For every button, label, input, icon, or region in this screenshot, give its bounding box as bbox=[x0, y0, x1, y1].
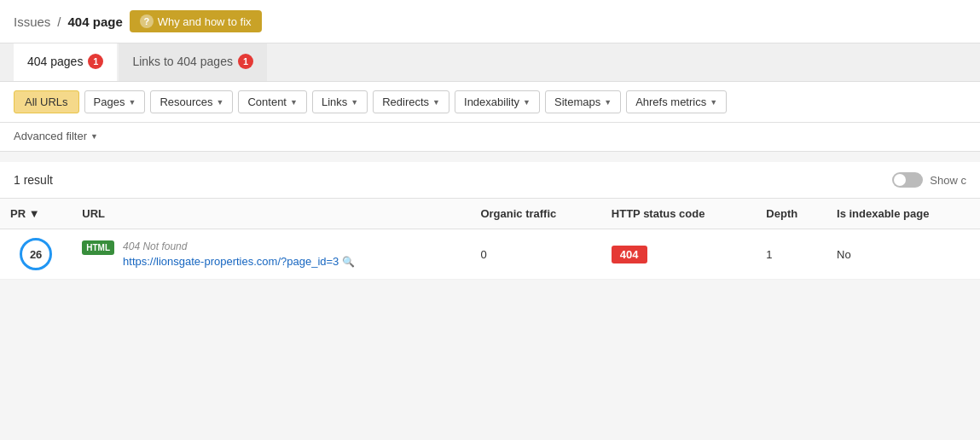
page-title: 404 page bbox=[68, 14, 123, 29]
pages-chevron-icon: ▼ bbox=[128, 98, 136, 107]
indexability-filter-button[interactable]: Indexability ▼ bbox=[455, 90, 540, 113]
links-chevron-icon: ▼ bbox=[351, 98, 358, 107]
filter-bar: All URLs Pages ▼ Resources ▼ Content ▼ L… bbox=[0, 82, 980, 123]
issues-breadcrumb[interactable]: Issues bbox=[14, 14, 50, 29]
pages-filter-label: Pages bbox=[94, 96, 125, 108]
col-depth-label: Depth bbox=[766, 207, 797, 220]
http-status-badge: 404 bbox=[612, 246, 647, 263]
show-toggle-group: Show c bbox=[892, 172, 966, 188]
content-chevron-icon: ▼ bbox=[290, 98, 298, 107]
pages-filter-button[interactable]: Pages ▼ bbox=[84, 90, 146, 113]
col-indexable: Is indexable page bbox=[826, 199, 980, 229]
html-badge: HTML bbox=[82, 240, 114, 255]
breadcrumb-header: Issues / 404 page ? Why and how to fix bbox=[0, 0, 980, 43]
resources-filter-label: Resources bbox=[159, 96, 212, 108]
why-fix-button[interactable]: ? Why and how to fix bbox=[130, 10, 262, 32]
show-label: Show c bbox=[930, 174, 966, 187]
pr-cell: 26 bbox=[0, 229, 72, 280]
tab-links-to-404[interactable]: Links to 404 pages 1 bbox=[119, 43, 267, 81]
ahrefs-chevron-icon: ▼ bbox=[710, 98, 717, 107]
indexable-cell: No bbox=[826, 229, 980, 280]
url-link[interactable]: https://lionsgate-properties.com/?page_i… bbox=[123, 255, 339, 268]
tab-404-pages-label: 404 pages bbox=[27, 55, 83, 68]
table-row: 26 HTML 404 Not found https://lionsgate-… bbox=[0, 229, 980, 280]
col-http-status-label: HTTP status code bbox=[612, 207, 705, 220]
url-info: 404 Not found https://lionsgate-properti… bbox=[123, 240, 355, 268]
redirects-chevron-icon: ▼ bbox=[432, 98, 440, 107]
advanced-filter-label: Advanced filter bbox=[14, 130, 87, 142]
col-organic-traffic-label: Organic traffic bbox=[480, 207, 556, 220]
sitemaps-filter-label: Sitemaps bbox=[554, 96, 600, 108]
col-http-status: HTTP status code bbox=[601, 199, 757, 229]
col-url: URL bbox=[72, 199, 470, 229]
indexability-filter-label: Indexability bbox=[464, 96, 519, 108]
resources-chevron-icon: ▼ bbox=[217, 98, 224, 107]
tabs-bar: 404 pages 1 Links to 404 pages 1 bbox=[0, 43, 980, 82]
table-header-row: PR ▼ URL Organic traffic HTTP status cod… bbox=[0, 199, 980, 229]
sitemaps-filter-button[interactable]: Sitemaps ▼ bbox=[545, 90, 621, 113]
sort-icon: ▼ bbox=[29, 207, 40, 220]
depth-value: 1 bbox=[766, 248, 772, 261]
results-table: PR ▼ URL Organic traffic HTTP status cod… bbox=[0, 199, 980, 280]
links-filter-label: Links bbox=[322, 96, 347, 108]
all-urls-filter[interactable]: All URLs bbox=[14, 90, 79, 113]
advanced-filter-button[interactable]: Advanced filter ▼ bbox=[14, 130, 98, 142]
why-fix-label: Why and how to fix bbox=[158, 15, 252, 28]
advanced-filter-chevron-icon: ▼ bbox=[90, 132, 98, 141]
col-depth: Depth bbox=[756, 199, 826, 229]
sitemaps-chevron-icon: ▼ bbox=[604, 98, 612, 107]
col-indexable-label: Is indexable page bbox=[837, 207, 929, 220]
resources-filter-button[interactable]: Resources ▼ bbox=[150, 90, 233, 113]
results-header: 1 result Show c bbox=[0, 162, 980, 199]
indexable-value: No bbox=[837, 248, 851, 261]
ahrefs-filter-button[interactable]: Ahrefs metrics ▼ bbox=[626, 90, 727, 113]
show-toggle-switch[interactable] bbox=[892, 172, 923, 188]
ahrefs-filter-label: Ahrefs metrics bbox=[635, 96, 706, 108]
pr-circle: 26 bbox=[20, 238, 52, 270]
tab-404-pages-badge: 1 bbox=[88, 54, 103, 69]
links-filter-button[interactable]: Links ▼ bbox=[312, 90, 368, 113]
organic-traffic-cell: 0 bbox=[470, 229, 600, 280]
tab-links-to-404-badge: 1 bbox=[238, 54, 253, 69]
indexability-chevron-icon: ▼ bbox=[523, 98, 531, 107]
redirects-filter-button[interactable]: Redirects ▼ bbox=[373, 90, 449, 113]
tab-404-pages[interactable]: 404 pages 1 bbox=[14, 43, 117, 81]
url-cell: HTML 404 Not found https://lionsgate-pro… bbox=[72, 229, 470, 280]
breadcrumb-separator: / bbox=[57, 14, 61, 29]
redirects-filter-label: Redirects bbox=[382, 96, 429, 108]
col-url-label: URL bbox=[82, 207, 105, 220]
depth-cell: 1 bbox=[756, 229, 826, 280]
col-pr[interactable]: PR ▼ bbox=[0, 199, 72, 229]
pr-value: 26 bbox=[30, 248, 42, 261]
col-pr-label: PR bbox=[10, 207, 26, 220]
organic-traffic-value: 0 bbox=[480, 248, 486, 261]
content-filter-button[interactable]: Content ▼ bbox=[238, 90, 306, 113]
question-icon: ? bbox=[140, 14, 154, 28]
tab-links-to-404-label: Links to 404 pages bbox=[132, 55, 233, 68]
results-count: 1 result bbox=[14, 173, 53, 187]
col-organic-traffic: Organic traffic bbox=[470, 199, 600, 229]
results-area: 1 result Show c PR ▼ URL Organic traffic… bbox=[0, 162, 980, 280]
search-icon: 🔍 bbox=[342, 256, 355, 268]
url-not-found-label: 404 Not found bbox=[123, 240, 355, 252]
advanced-filter-row: Advanced filter ▼ bbox=[0, 123, 980, 152]
content-filter-label: Content bbox=[247, 96, 287, 108]
http-status-cell: 404 bbox=[601, 229, 757, 280]
